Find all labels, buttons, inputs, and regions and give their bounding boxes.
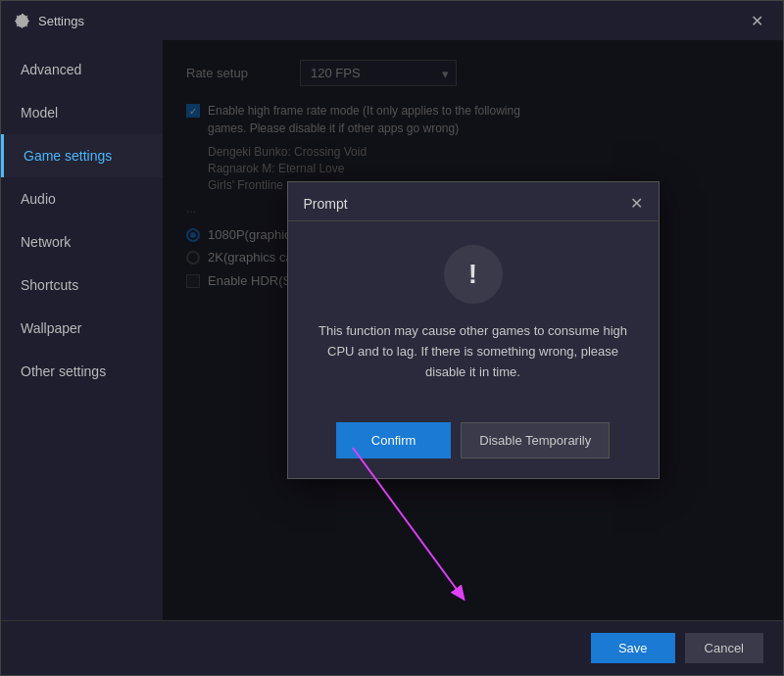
modal-footer: Confirm Disable Temporarily bbox=[288, 422, 659, 478]
save-button[interactable]: Save bbox=[591, 633, 675, 663]
sidebar-item-game-settings[interactable]: Game settings bbox=[1, 134, 163, 177]
window-close-button[interactable]: ✕ bbox=[745, 10, 769, 32]
sidebar-item-wallpaper[interactable]: Wallpaper bbox=[1, 307, 163, 350]
sidebar-item-model[interactable]: Model bbox=[1, 91, 163, 134]
content-area: Advanced Model Game settings Audio Netwo… bbox=[1, 40, 783, 620]
sidebar: Advanced Model Game settings Audio Netwo… bbox=[1, 40, 163, 620]
main-panel: Rate setup 120 FPS 60 FPS 30 FPS Enable … bbox=[163, 40, 783, 620]
warning-circle: ! bbox=[444, 245, 503, 304]
modal-message: This function may cause other games to c… bbox=[316, 321, 631, 382]
modal-body: ! This function may cause other games to… bbox=[288, 221, 659, 421]
modal-overlay: Prompt ✕ ! This function may cause other… bbox=[163, 40, 783, 620]
sidebar-item-other-settings[interactable]: Other settings bbox=[1, 350, 163, 393]
window-title: Settings bbox=[38, 14, 84, 28]
sidebar-item-advanced[interactable]: Advanced bbox=[1, 48, 163, 91]
settings-window: Settings ✕ Advanced Model Game settings … bbox=[0, 0, 784, 676]
prompt-modal: Prompt ✕ ! This function may cause other… bbox=[287, 181, 660, 478]
sidebar-item-network[interactable]: Network bbox=[1, 220, 163, 264]
warning-icon: ! bbox=[468, 261, 477, 288]
confirm-button[interactable]: Confirm bbox=[336, 422, 452, 459]
title-bar: Settings ✕ bbox=[1, 1, 783, 40]
sidebar-item-shortcuts[interactable]: Shortcuts bbox=[1, 264, 163, 307]
modal-title: Prompt bbox=[304, 196, 348, 212]
settings-icon bbox=[15, 13, 30, 28]
modal-close-button[interactable]: ✕ bbox=[630, 194, 643, 213]
disable-temporarily-button[interactable]: Disable Temporarily bbox=[461, 422, 610, 459]
sidebar-item-audio[interactable]: Audio bbox=[1, 177, 163, 220]
title-bar-left: Settings bbox=[15, 13, 84, 28]
modal-header: Prompt ✕ bbox=[288, 182, 659, 221]
cancel-button[interactable]: Cancel bbox=[685, 633, 763, 663]
footer: Save Cancel bbox=[1, 620, 783, 675]
